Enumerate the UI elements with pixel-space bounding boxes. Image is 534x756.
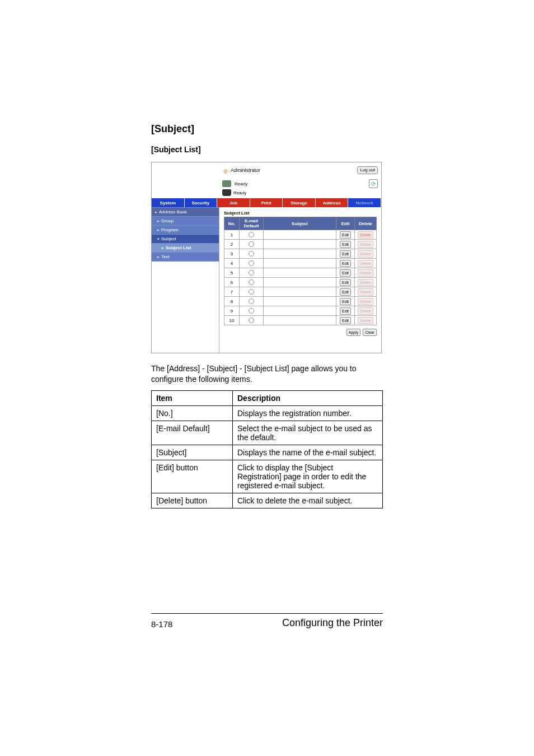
edit-button[interactable]: Edit	[340, 241, 351, 248]
tab-print[interactable]: Print	[250, 198, 283, 207]
cell-no: 4	[224, 259, 240, 268]
delete-button[interactable]: Delete	[358, 260, 373, 267]
sidebar-item-program[interactable]: Program	[152, 226, 219, 235]
cell-no: 2	[224, 240, 240, 249]
edit-button[interactable]: Edit	[340, 260, 351, 267]
table-row: 9EditDelete	[224, 306, 377, 316]
radio-email-default[interactable]	[249, 241, 254, 247]
cell-delete: Delete	[355, 287, 377, 297]
refresh-icon[interactable]: ⟳	[369, 179, 378, 188]
delete-button[interactable]: Delete	[358, 317, 373, 324]
cell-edit: Edit	[336, 240, 355, 249]
cell-edit: Edit	[336, 287, 355, 297]
edit-button[interactable]: Edit	[340, 298, 351, 305]
edit-button[interactable]: Edit	[340, 269, 351, 277]
edit-button[interactable]: Edit	[340, 279, 351, 286]
delete-button[interactable]: Delete	[358, 250, 373, 258]
printer-logo	[155, 165, 222, 176]
sidebar-item-subject[interactable]: Subject	[152, 235, 219, 244]
col-email-default: E-mail Default	[240, 217, 264, 230]
clear-button[interactable]: Clear	[363, 329, 377, 336]
delete-button[interactable]: Delete	[358, 298, 373, 305]
radio-email-default[interactable]	[249, 289, 254, 295]
radio-email-default[interactable]	[249, 260, 254, 266]
tab-network[interactable]: Network	[348, 198, 381, 207]
delete-button[interactable]: Delete	[358, 307, 373, 315]
cell-email-default	[240, 230, 264, 240]
radio-email-default[interactable]	[249, 251, 254, 256]
apply-button[interactable]: Apply	[346, 329, 361, 336]
sidebar-item-label: Address Book	[159, 209, 187, 214]
cell-edit: Edit	[336, 306, 355, 316]
section-title: Configuring the Printer	[282, 617, 383, 629]
cell-email-default	[240, 240, 264, 249]
sidebar-item-group[interactable]: Group	[152, 217, 219, 226]
chevron-right-icon	[155, 209, 157, 214]
cell-delete: Delete	[355, 259, 377, 268]
cell-delete: Delete	[355, 249, 377, 259]
table-row: 2EditDelete	[224, 240, 377, 249]
desc-cell-description: Click to display the [Subject Registrati…	[233, 460, 383, 493]
printer-icon	[222, 189, 231, 196]
cell-subject	[264, 297, 336, 306]
edit-button[interactable]: Edit	[340, 231, 351, 239]
delete-button[interactable]: Delete	[358, 231, 373, 239]
radio-email-default[interactable]	[249, 308, 254, 314]
cell-no: 7	[224, 287, 240, 297]
desc-cell-item: [Subject]	[152, 445, 233, 460]
cell-no: 10	[224, 316, 240, 325]
chevron-right-icon	[157, 254, 160, 259]
cell-subject	[264, 278, 336, 287]
cell-email-default	[240, 249, 264, 259]
tab-system[interactable]: System	[152, 198, 185, 207]
cell-delete: Delete	[355, 230, 377, 240]
radio-email-default[interactable]	[249, 298, 254, 304]
delete-button[interactable]: Delete	[358, 279, 373, 286]
tab-address[interactable]: Address	[316, 198, 349, 207]
edit-button[interactable]: Edit	[340, 307, 351, 315]
cell-no: 8	[224, 297, 240, 306]
table-row: 5EditDelete	[224, 268, 377, 278]
tab-storage[interactable]: Storage	[283, 198, 316, 207]
delete-button[interactable]: Delete	[358, 288, 373, 296]
edit-button[interactable]: Edit	[340, 288, 351, 296]
cell-edit: Edit	[336, 259, 355, 268]
table-row: 8EditDelete	[224, 297, 377, 306]
cell-email-default	[240, 268, 264, 278]
cell-email-default	[240, 278, 264, 287]
tab-security[interactable]: Security	[185, 198, 218, 207]
tab-job[interactable]: Job	[217, 198, 250, 207]
col-no: No.	[224, 217, 240, 230]
desc-cell-item: [Delete] button	[152, 493, 233, 508]
sidebar-item-address-book[interactable]: Address Book	[152, 207, 219, 217]
edit-button[interactable]: Edit	[340, 317, 351, 324]
sidebar-item-text[interactable]: Text	[152, 253, 219, 262]
cell-email-default	[240, 259, 264, 268]
table-row: 4EditDelete	[224, 259, 377, 268]
desc-cell-item: [E-mail Default]	[152, 421, 233, 445]
delete-button[interactable]: Delete	[358, 269, 373, 277]
radio-email-default[interactable]	[249, 279, 254, 285]
cell-no: 6	[224, 278, 240, 287]
panel-title: Subject List	[224, 211, 377, 216]
user-indicator: Administrator	[222, 167, 260, 174]
cell-delete: Delete	[355, 297, 377, 306]
edit-button[interactable]: Edit	[340, 250, 351, 258]
cell-edit: Edit	[336, 230, 355, 240]
desc-cell-item: [No.]	[152, 405, 233, 421]
heading-subject: [Subject]	[151, 123, 383, 135]
radio-email-default[interactable]	[249, 232, 254, 237]
table-row: [E-mail Default]Select the e-mail subjec…	[152, 421, 383, 445]
radio-email-default[interactable]	[249, 270, 254, 276]
cell-delete: Delete	[355, 316, 377, 325]
logout-button[interactable]: Log out	[357, 166, 378, 174]
user-label: Administrator	[231, 167, 260, 173]
sidebar-item-label: Subject List	[166, 245, 191, 250]
delete-button[interactable]: Delete	[358, 241, 373, 248]
desc-cell-description: Click to delete the e-mail subject.	[233, 493, 383, 508]
cell-email-default	[240, 287, 264, 297]
sidebar-item-subject-list[interactable]: Subject List	[152, 244, 219, 253]
cell-edit: Edit	[336, 268, 355, 278]
col-delete: Delete	[355, 217, 377, 230]
radio-email-default[interactable]	[249, 318, 254, 323]
